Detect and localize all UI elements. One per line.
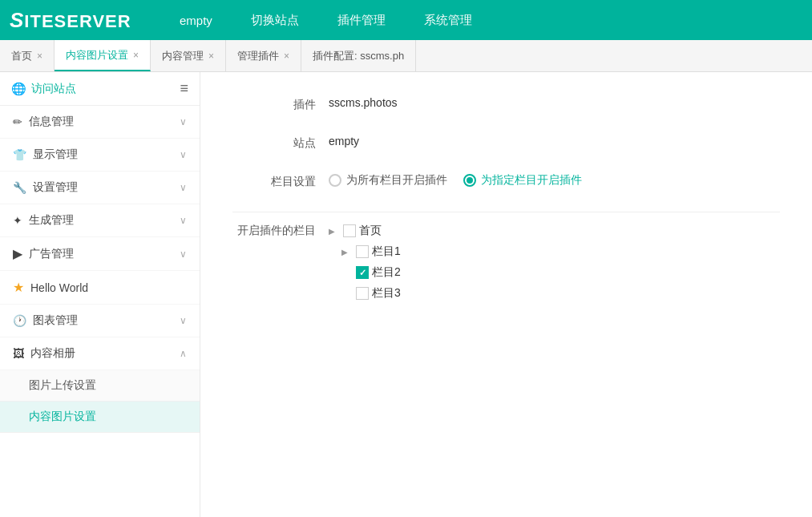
display-icon: 👕 <box>13 148 26 161</box>
wrench-icon: 🔧 <box>13 181 26 194</box>
sidebar-item-settings-mgmt[interactable]: 🔧 设置管理 ∨ <box>0 172 200 204</box>
sidebar: 🌐 访问站点 ≡ ✏ 信息管理 ∨ 👕 显示管理 ∨ 🔧 设置管理 <box>0 72 200 517</box>
radio-label-specific: 为指定栏目开启插件 <box>481 173 582 188</box>
nav-item-plugins[interactable]: 插件管理 <box>318 0 405 40</box>
sidebar-item-photo-album[interactable]: 🖼 内容相册 ∧ <box>0 337 200 370</box>
site-label: 站点 <box>232 135 329 151</box>
sidebar-menu-icon[interactable]: ≡ <box>180 80 188 97</box>
tab-photo-settings[interactable]: 内容图片设置 × <box>55 40 151 71</box>
logo-area: SITESERVER <box>0 8 160 33</box>
plugin-label: 插件 <box>232 96 329 112</box>
radio-group: 为所有栏目开启插件 为指定栏目开启插件 <box>329 173 582 188</box>
tree-expander-home[interactable]: ▶ <box>329 227 340 236</box>
tree-node-label-home: 首页 <box>359 224 382 238</box>
edit-icon: ✏ <box>13 115 22 128</box>
sparkle-icon: ✦ <box>13 214 22 227</box>
tree-node-label-cat3: 栏目3 <box>372 286 401 301</box>
globe-icon: 🌐 <box>11 82 26 96</box>
sidebar-sub-upload-settings[interactable]: 图片上传设置 <box>0 370 200 402</box>
tab-close-content[interactable]: × <box>208 50 214 62</box>
chevron-down-icon: ∨ <box>180 116 187 127</box>
main-area: 🌐 访问站点 ≡ ✏ 信息管理 ∨ 👕 显示管理 ∨ 🔧 设置管理 <box>0 72 812 517</box>
tree-checkbox-cat2[interactable] <box>356 266 369 279</box>
tree-label: 开启插件的栏目 <box>232 220 329 238</box>
sidebar-item-generate-mgmt[interactable]: ✦ 生成管理 ∨ <box>0 204 200 237</box>
sidebar-item-chart-mgmt[interactable]: 🕐 图表管理 ∨ <box>0 305 200 337</box>
nav-item-empty[interactable]: empty <box>160 0 232 40</box>
tree-node-home: ▶ 首页 <box>329 220 780 241</box>
tab-close-manage-plugins[interactable]: × <box>284 50 289 62</box>
nav-item-system[interactable]: 系统管理 <box>405 0 491 40</box>
cursor-icon: ▶ <box>13 246 22 261</box>
column-setting-label: 栏目设置 <box>232 173 329 189</box>
sidebar-item-info-mgmt[interactable]: ✏ 信息管理 ∨ <box>0 106 200 139</box>
star-icon: ★ <box>13 280 24 295</box>
chevron-down-icon: ∨ <box>180 149 187 160</box>
top-navigation: SITESERVER empty 切换站点 插件管理 系统管理 <box>0 0 812 40</box>
chevron-down-icon: ∨ <box>180 315 187 326</box>
tree-expander-cat1[interactable]: ▶ <box>341 248 353 256</box>
tree-node-cat2: 栏目2 <box>341 262 780 283</box>
chevron-down-icon: ∨ <box>180 248 187 260</box>
radio-label-all: 为所有栏目开启插件 <box>346 173 447 188</box>
sidebar-item-ad-mgmt[interactable]: ▶ 广告管理 ∨ <box>0 237 200 271</box>
tree-checkbox-home[interactable] <box>343 224 356 237</box>
nav-item-switch[interactable]: 切换站点 <box>232 0 318 40</box>
plugin-value: sscms.photos <box>329 96 398 109</box>
tab-home[interactable]: 首页 × <box>0 40 55 71</box>
tree-content: ▶ 首页 ▶ 栏目1 栏目2 <box>329 220 780 304</box>
radio-circle-specific <box>463 174 476 187</box>
nav-items: empty 切换站点 插件管理 系统管理 <box>160 0 491 40</box>
tree-node-label-cat2: 栏目2 <box>372 265 401 280</box>
sidebar-item-hello-world[interactable]: ★ Hello World <box>0 271 200 305</box>
radio-option-specific[interactable]: 为指定栏目开启插件 <box>463 173 582 188</box>
tree-checkbox-cat1[interactable] <box>356 245 369 258</box>
tab-manage-plugins[interactable]: 管理插件 × <box>226 40 301 71</box>
sidebar-top: 🌐 访问站点 ≡ <box>0 72 200 106</box>
sidebar-item-display-mgmt[interactable]: 👕 显示管理 ∨ <box>0 139 200 172</box>
chevron-down-icon: ∨ <box>180 182 187 193</box>
site-row: 站点 empty <box>232 135 780 151</box>
photo-icon: 🖼 <box>13 347 24 360</box>
sidebar-visit[interactable]: 🌐 访问站点 <box>11 82 76 96</box>
tree-node-cat3: 栏目3 <box>341 283 780 304</box>
tab-plugin-config[interactable]: 插件配置: sscms.ph <box>301 40 416 71</box>
content-area: 插件 sscms.photos 站点 empty 栏目设置 为所有栏目开启插件 … <box>200 72 812 517</box>
tree-node-cat1: ▶ 栏目1 <box>341 241 780 262</box>
chart-icon: 🕐 <box>13 314 26 327</box>
chevron-down-icon: ∨ <box>180 215 187 226</box>
chevron-up-icon: ∧ <box>180 348 187 359</box>
tree-checkbox-cat3[interactable] <box>356 287 369 300</box>
sidebar-sub-content-photo-settings[interactable]: 内容图片设置 <box>0 402 200 433</box>
tab-close-home[interactable]: × <box>37 50 42 62</box>
tab-close-photo-settings[interactable]: × <box>133 50 139 61</box>
plugin-row: 插件 sscms.photos <box>232 96 780 112</box>
radio-circle-all <box>329 174 341 187</box>
logo: SITESERVER <box>10 8 131 33</box>
column-setting-row: 栏目设置 为所有栏目开启插件 为指定栏目开启插件 <box>232 173 780 189</box>
tabs-bar: 首页 × 内容图片设置 × 内容管理 × 管理插件 × 插件配置: sscms.… <box>0 40 812 72</box>
tree-node-label-cat1: 栏目1 <box>372 244 401 259</box>
divider <box>232 212 780 212</box>
radio-option-all[interactable]: 为所有栏目开启插件 <box>329 173 447 188</box>
tree-section: 开启插件的栏目 ▶ 首页 ▶ 栏目1 栏目2 <box>232 220 780 304</box>
sidebar-sub-menu: 图片上传设置 内容图片设置 <box>0 370 200 433</box>
tab-content[interactable]: 内容管理 × <box>151 40 226 71</box>
site-value: empty <box>329 135 359 147</box>
